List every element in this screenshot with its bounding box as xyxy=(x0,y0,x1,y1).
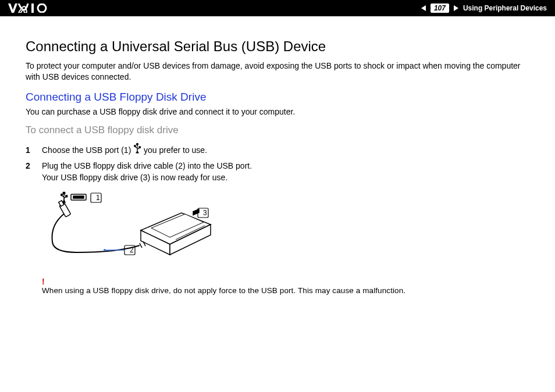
svg-line-21 xyxy=(140,243,142,248)
page-content: Connecting a Universal Serial Bus (USB) … xyxy=(0,16,555,295)
top-bar: 107 Using Peripheral Devices xyxy=(0,0,555,16)
connection-diagram: 1 3 2 xyxy=(42,190,529,273)
warning-text: When using a USB floppy disk drive, do n… xyxy=(42,286,529,295)
step-text: Choose the USB port (1) xyxy=(42,145,133,155)
section-label: Using Peripheral Devices xyxy=(463,4,547,12)
subheading-blue: Connecting a USB Floppy Disk Drive xyxy=(26,91,529,104)
subheading-body: You can purchase a USB floppy disk drive… xyxy=(26,107,529,116)
diagram-callout-3: 3 xyxy=(203,209,207,217)
svg-point-20 xyxy=(104,249,106,251)
diagram-callout-2: 2 xyxy=(130,246,134,254)
svg-point-4 xyxy=(134,145,136,147)
page-number: 107 xyxy=(431,3,449,13)
document-page: 107 Using Peripheral Devices Connecting … xyxy=(0,0,555,392)
diagram-callout-1: 1 xyxy=(96,194,100,202)
step-number: 1 xyxy=(26,144,30,156)
svg-rect-11 xyxy=(73,196,84,198)
svg-point-1 xyxy=(38,4,46,12)
svg-rect-0 xyxy=(31,3,34,13)
step-text: Your USB floppy disk drive (3) is now re… xyxy=(42,173,227,182)
page-title: Connecting a Universal Serial Bus (USB) … xyxy=(26,38,529,55)
next-page-arrow-icon[interactable] xyxy=(453,5,460,12)
procedure-heading: To connect a USB floppy disk drive xyxy=(26,124,529,136)
svg-point-7 xyxy=(63,192,65,194)
steps-list: 1 Choose the USB port (1) you prefer to … xyxy=(26,144,529,184)
step-text: Plug the USB floppy disk drive cable (2)… xyxy=(42,161,252,170)
step-number: 2 xyxy=(26,160,30,172)
step-item: 2 Plug the USB floppy disk drive cable (… xyxy=(42,160,529,184)
vaio-logo xyxy=(8,3,52,13)
prev-page-arrow-icon[interactable] xyxy=(420,5,427,12)
svg-rect-5 xyxy=(139,147,140,148)
svg-point-3 xyxy=(137,143,138,145)
step-text: you prefer to use. xyxy=(141,145,207,155)
svg-point-8 xyxy=(61,194,63,195)
intro-paragraph: To protect your computer and/or USB devi… xyxy=(26,60,529,83)
warning-icon: ! xyxy=(42,277,529,286)
svg-rect-9 xyxy=(66,195,67,197)
step-item: 1 Choose the USB port (1) you prefer to … xyxy=(42,144,529,158)
top-bar-right: 107 Using Peripheral Devices xyxy=(420,3,547,13)
usb-icon xyxy=(133,143,141,156)
